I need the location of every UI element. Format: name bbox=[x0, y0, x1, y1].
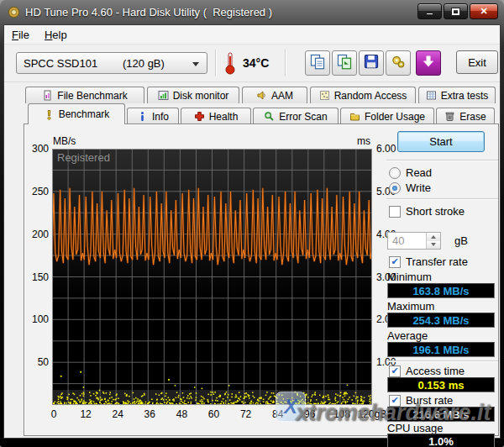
short-stroke-checkbox[interactable]: Short stroke bbox=[389, 205, 465, 218]
separator bbox=[386, 198, 498, 200]
tab-aam[interactable]: AAM bbox=[242, 87, 307, 103]
separator bbox=[386, 160, 498, 161]
average-label: Average bbox=[387, 329, 428, 342]
page-bench-icon bbox=[42, 90, 53, 101]
tab-error-scan[interactable]: Error Scan bbox=[253, 108, 339, 124]
burst-rate-label: Burst rate bbox=[406, 394, 453, 407]
copy-button[interactable] bbox=[305, 50, 330, 76]
thermometer-icon bbox=[222, 51, 239, 75]
trash-icon bbox=[444, 111, 455, 122]
short-stroke-checkbox-box[interactable] bbox=[389, 206, 401, 218]
copy-image-button[interactable] bbox=[332, 50, 357, 76]
close-button[interactable]: ✕ bbox=[470, 3, 498, 19]
info-i-icon bbox=[137, 111, 148, 122]
axis-tick-label: 250 bbox=[26, 186, 49, 197]
random-dots-icon bbox=[319, 90, 330, 101]
copy-image-icon bbox=[336, 53, 353, 73]
minimize-icon bbox=[426, 13, 433, 15]
tab-label: File Benchmark bbox=[57, 90, 127, 102]
save-icon bbox=[363, 53, 380, 73]
chevron-down-icon bbox=[192, 62, 199, 66]
tab-row-secondary: File BenchmarkDisk monitorAAMRandom Acce… bbox=[25, 87, 496, 104]
cpu-usage-label: CPU usage bbox=[387, 422, 443, 434]
tab-label: Extra tests bbox=[441, 90, 489, 102]
toolbar: SPCC SSD101 (120 gB) 34°C Exit bbox=[4, 45, 500, 82]
benchmark-tab-page: MB/s ms 30025020015010050 6.005.004.003.… bbox=[24, 124, 499, 436]
options-button[interactable] bbox=[386, 50, 411, 76]
axis-tick-label: 300 bbox=[26, 143, 49, 155]
read-radio-label: Read bbox=[406, 166, 432, 179]
folder-icon bbox=[349, 111, 360, 122]
exit-button[interactable]: Exit bbox=[456, 50, 498, 74]
access-time-checkbox-box[interactable] bbox=[389, 365, 401, 377]
toolbar-separator bbox=[215, 50, 217, 76]
up-arrow-icon bbox=[431, 235, 436, 239]
save-button[interactable] bbox=[359, 50, 384, 76]
drive-select-dropdown[interactable]: SPCC SSD101 (120 gB) bbox=[16, 52, 207, 74]
write-radio-circle[interactable] bbox=[389, 182, 401, 194]
title-bar: HD Tune Pro 4.60 - Hard Disk Utility ( R… bbox=[0, 0, 504, 24]
burst-rate-checkbox[interactable]: Burst rate bbox=[389, 394, 453, 407]
drive-model: SPCC SSD101 bbox=[24, 57, 123, 70]
app-icon bbox=[8, 6, 20, 18]
gears-icon bbox=[390, 53, 407, 73]
short-stroke-unit: gB bbox=[454, 234, 468, 247]
tab-random-access[interactable]: Random Access bbox=[310, 87, 416, 103]
grid-table-icon bbox=[426, 90, 437, 101]
access-time-checkbox[interactable]: Access time bbox=[389, 365, 465, 377]
minimum-value: 163.8 MB/s bbox=[387, 283, 495, 298]
tab-folder-usage[interactable]: Folder Usage bbox=[340, 108, 434, 124]
tab-info[interactable]: Info bbox=[127, 108, 179, 124]
axis-tick-label: 120gB bbox=[354, 408, 391, 420]
update-button[interactable] bbox=[416, 50, 441, 76]
short-stroke-value[interactable]: 40 bbox=[388, 233, 426, 249]
tab-label: AAM bbox=[271, 90, 293, 102]
short-stroke-label: Short stroke bbox=[406, 205, 465, 218]
tab-benchmark[interactable]: Benchmark bbox=[28, 103, 125, 124]
stepper-up-button[interactable] bbox=[427, 233, 440, 241]
tab-file-benchmark[interactable]: File Benchmark bbox=[25, 87, 144, 103]
average-value: 196.1 MB/s bbox=[387, 342, 495, 357]
application-window: HD Tune Pro 4.60 - Hard Disk Utility ( R… bbox=[0, 0, 504, 447]
tab-health[interactable]: Health bbox=[181, 108, 251, 124]
read-radio[interactable]: Read bbox=[389, 166, 432, 179]
tab-label: Random Access bbox=[334, 90, 407, 102]
tab-label: Health bbox=[209, 111, 239, 123]
close-icon: ✕ bbox=[480, 6, 487, 17]
stepper-down-button[interactable] bbox=[427, 241, 440, 250]
tab-extra-tests[interactable]: Extra tests bbox=[418, 87, 496, 103]
y-left-axis-label: MB/s bbox=[53, 135, 76, 147]
benchmark-chart: Registered bbox=[52, 149, 372, 405]
read-radio-circle[interactable] bbox=[389, 167, 401, 179]
burst-rate-checkbox-box[interactable] bbox=[389, 395, 401, 407]
write-radio-label: Write bbox=[406, 181, 431, 194]
menu-item-file[interactable]: File bbox=[4, 25, 37, 44]
temperature-value: 34°C bbox=[243, 56, 269, 70]
transfer-rate-label: Transfer rate bbox=[406, 255, 468, 268]
minimize-button[interactable] bbox=[417, 3, 442, 19]
cpu-usage-value: 1.0% bbox=[387, 434, 495, 447]
stepper-arrows bbox=[426, 233, 440, 249]
exclam-icon bbox=[44, 109, 55, 120]
tab-label: Benchmark bbox=[59, 108, 110, 120]
maximize-button[interactable] bbox=[444, 3, 468, 19]
toolbar-separator bbox=[285, 50, 286, 76]
tab-erase[interactable]: Erase bbox=[436, 108, 495, 124]
transfer-rate-checkbox[interactable]: Transfer rate bbox=[389, 255, 468, 268]
tab-row-primary: BenchmarkInfoHealthError ScanFolder Usag… bbox=[28, 103, 495, 124]
tab-label: Info bbox=[152, 111, 169, 123]
transfer-rate-checkbox-box[interactable] bbox=[389, 256, 401, 268]
y-right-axis-label: ms bbox=[357, 135, 370, 147]
start-button[interactable]: Start bbox=[397, 131, 485, 152]
window-title: HD Tune Pro 4.60 - Hard Disk Utility ( R… bbox=[25, 6, 272, 18]
drive-size: (120 gB) bbox=[123, 57, 165, 70]
tab-disk-monitor[interactable]: Disk monitor bbox=[147, 87, 239, 103]
menu-item-help[interactable]: Help bbox=[37, 25, 75, 44]
short-stroke-stepper[interactable]: 40 bbox=[387, 232, 441, 250]
down-arrow-icon bbox=[420, 53, 437, 73]
maximum-label: Maximum bbox=[387, 300, 434, 313]
write-radio[interactable]: Write bbox=[389, 181, 431, 194]
health-cross-icon bbox=[194, 111, 205, 122]
maximize-icon bbox=[452, 8, 459, 15]
minimum-label: Minimum bbox=[387, 271, 432, 283]
